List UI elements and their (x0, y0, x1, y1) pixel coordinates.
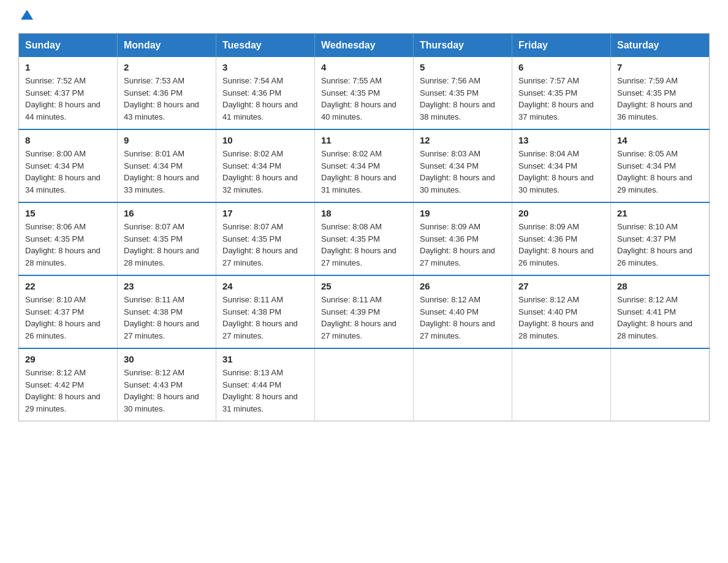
calendar-cell: 9Sunrise: 8:01 AM Sunset: 4:34 PM Daylig… (118, 129, 216, 202)
day-info: Sunrise: 8:04 AM Sunset: 4:34 PM Dayligh… (518, 148, 604, 196)
day-info: Sunrise: 8:07 AM Sunset: 4:35 PM Dayligh… (124, 221, 210, 269)
page-header (18, 12, 710, 22)
weekday-header-friday: Friday (512, 34, 611, 58)
calendar-cell: 30Sunrise: 8:12 AM Sunset: 4:43 PM Dayli… (118, 348, 216, 421)
day-info: Sunrise: 8:11 AM Sunset: 4:38 PM Dayligh… (124, 294, 210, 342)
calendar-week-row: 29Sunrise: 8:12 AM Sunset: 4:42 PM Dayli… (19, 348, 710, 421)
day-info: Sunrise: 8:12 AM Sunset: 4:43 PM Dayligh… (124, 367, 210, 415)
day-number: 6 (518, 62, 604, 72)
day-info: Sunrise: 8:07 AM Sunset: 4:35 PM Dayligh… (222, 221, 308, 269)
calendar-cell: 28Sunrise: 8:12 AM Sunset: 4:41 PM Dayli… (611, 275, 710, 348)
calendar-cell: 27Sunrise: 8:12 AM Sunset: 4:40 PM Dayli… (512, 275, 611, 348)
weekday-header-thursday: Thursday (414, 34, 512, 58)
calendar-cell: 26Sunrise: 8:12 AM Sunset: 4:40 PM Dayli… (414, 275, 512, 348)
day-info: Sunrise: 7:56 AM Sunset: 4:35 PM Dayligh… (420, 75, 506, 123)
calendar-cell: 18Sunrise: 8:08 AM Sunset: 4:35 PM Dayli… (315, 202, 414, 275)
day-info: Sunrise: 7:55 AM Sunset: 4:35 PM Dayligh… (321, 75, 407, 123)
calendar-cell: 2Sunrise: 7:53 AM Sunset: 4:36 PM Daylig… (118, 57, 216, 129)
day-info: Sunrise: 8:08 AM Sunset: 4:35 PM Dayligh… (321, 221, 407, 269)
calendar-week-row: 15Sunrise: 8:06 AM Sunset: 4:35 PM Dayli… (19, 202, 710, 275)
day-info: Sunrise: 7:54 AM Sunset: 4:36 PM Dayligh… (222, 75, 308, 123)
weekday-header-monday: Monday (118, 34, 216, 58)
day-number: 25 (321, 281, 407, 291)
day-number: 18 (321, 208, 407, 218)
day-number: 8 (25, 135, 111, 145)
day-info: Sunrise: 8:09 AM Sunset: 4:36 PM Dayligh… (420, 221, 506, 269)
calendar-cell (611, 348, 710, 421)
day-number: 17 (222, 208, 308, 218)
day-number: 30 (124, 354, 210, 364)
day-info: Sunrise: 8:12 AM Sunset: 4:40 PM Dayligh… (518, 294, 604, 342)
day-number: 12 (420, 135, 506, 145)
day-number: 7 (617, 62, 703, 72)
day-info: Sunrise: 8:02 AM Sunset: 4:34 PM Dayligh… (222, 148, 308, 196)
day-info: Sunrise: 7:53 AM Sunset: 4:36 PM Dayligh… (124, 75, 210, 123)
calendar-cell: 16Sunrise: 8:07 AM Sunset: 4:35 PM Dayli… (118, 202, 216, 275)
calendar-cell (414, 348, 512, 421)
day-number: 22 (25, 281, 111, 291)
weekday-header-wednesday: Wednesday (315, 34, 414, 58)
calendar-cell: 8Sunrise: 8:00 AM Sunset: 4:34 PM Daylig… (19, 129, 118, 202)
day-number: 13 (518, 135, 604, 145)
day-number: 24 (222, 281, 308, 291)
calendar-week-row: 22Sunrise: 8:10 AM Sunset: 4:37 PM Dayli… (19, 275, 710, 348)
day-number: 31 (222, 354, 308, 364)
calendar-cell: 21Sunrise: 8:10 AM Sunset: 4:37 PM Dayli… (611, 202, 710, 275)
day-number: 28 (617, 281, 703, 291)
day-info: Sunrise: 8:11 AM Sunset: 4:39 PM Dayligh… (321, 294, 407, 342)
calendar-cell: 3Sunrise: 7:54 AM Sunset: 4:36 PM Daylig… (216, 57, 315, 129)
calendar-cell: 14Sunrise: 8:05 AM Sunset: 4:34 PM Dayli… (611, 129, 710, 202)
day-number: 4 (321, 62, 407, 72)
day-info: Sunrise: 8:02 AM Sunset: 4:34 PM Dayligh… (321, 148, 407, 196)
calendar-cell: 15Sunrise: 8:06 AM Sunset: 4:35 PM Dayli… (19, 202, 118, 275)
calendar-cell (315, 348, 414, 421)
logo (18, 12, 33, 22)
day-info: Sunrise: 8:11 AM Sunset: 4:38 PM Dayligh… (222, 294, 308, 342)
calendar-cell: 7Sunrise: 7:59 AM Sunset: 4:35 PM Daylig… (611, 57, 710, 129)
calendar-cell: 6Sunrise: 7:57 AM Sunset: 4:35 PM Daylig… (512, 57, 611, 129)
day-info: Sunrise: 8:09 AM Sunset: 4:36 PM Dayligh… (518, 221, 604, 269)
calendar-cell: 10Sunrise: 8:02 AM Sunset: 4:34 PM Dayli… (216, 129, 315, 202)
day-info: Sunrise: 8:00 AM Sunset: 4:34 PM Dayligh… (25, 148, 111, 196)
day-number: 2 (124, 62, 210, 72)
day-info: Sunrise: 7:52 AM Sunset: 4:37 PM Dayligh… (25, 75, 111, 123)
calendar-cell: 13Sunrise: 8:04 AM Sunset: 4:34 PM Dayli… (512, 129, 611, 202)
calendar-cell: 17Sunrise: 8:07 AM Sunset: 4:35 PM Dayli… (216, 202, 315, 275)
calendar-cell: 1Sunrise: 7:52 AM Sunset: 4:37 PM Daylig… (19, 57, 118, 129)
day-number: 5 (420, 62, 506, 72)
calendar-cell: 29Sunrise: 8:12 AM Sunset: 4:42 PM Dayli… (19, 348, 118, 421)
day-info: Sunrise: 8:10 AM Sunset: 4:37 PM Dayligh… (25, 294, 111, 342)
day-info: Sunrise: 8:10 AM Sunset: 4:37 PM Dayligh… (617, 221, 703, 269)
day-info: Sunrise: 8:12 AM Sunset: 4:41 PM Dayligh… (617, 294, 703, 342)
calendar-week-row: 8Sunrise: 8:00 AM Sunset: 4:34 PM Daylig… (19, 129, 710, 202)
calendar-cell: 19Sunrise: 8:09 AM Sunset: 4:36 PM Dayli… (414, 202, 512, 275)
day-info: Sunrise: 8:12 AM Sunset: 4:40 PM Dayligh… (420, 294, 506, 342)
day-number: 20 (518, 208, 604, 218)
calendar-cell: 12Sunrise: 8:03 AM Sunset: 4:34 PM Dayli… (414, 129, 512, 202)
day-info: Sunrise: 8:05 AM Sunset: 4:34 PM Dayligh… (617, 148, 703, 196)
day-number: 19 (420, 208, 506, 218)
calendar-cell: 31Sunrise: 8:13 AM Sunset: 4:44 PM Dayli… (216, 348, 315, 421)
calendar-cell: 25Sunrise: 8:11 AM Sunset: 4:39 PM Dayli… (315, 275, 414, 348)
day-info: Sunrise: 8:06 AM Sunset: 4:35 PM Dayligh… (25, 221, 111, 269)
calendar-table: SundayMondayTuesdayWednesdayThursdayFrid… (18, 33, 710, 421)
calendar-cell: 24Sunrise: 8:11 AM Sunset: 4:38 PM Dayli… (216, 275, 315, 348)
calendar-cell: 22Sunrise: 8:10 AM Sunset: 4:37 PM Dayli… (19, 275, 118, 348)
weekday-header-tuesday: Tuesday (216, 34, 315, 58)
day-info: Sunrise: 7:59 AM Sunset: 4:35 PM Dayligh… (617, 75, 703, 123)
calendar-cell: 5Sunrise: 7:56 AM Sunset: 4:35 PM Daylig… (414, 57, 512, 129)
day-number: 9 (124, 135, 210, 145)
calendar-cell: 20Sunrise: 8:09 AM Sunset: 4:36 PM Dayli… (512, 202, 611, 275)
day-number: 29 (25, 354, 111, 364)
day-number: 26 (420, 281, 506, 291)
day-number: 21 (617, 208, 703, 218)
calendar-cell (512, 348, 611, 421)
day-number: 27 (518, 281, 604, 291)
logo-triangle-icon (21, 10, 33, 20)
day-number: 14 (617, 135, 703, 145)
calendar-cell: 23Sunrise: 8:11 AM Sunset: 4:38 PM Dayli… (118, 275, 216, 348)
weekday-header-saturday: Saturday (611, 34, 710, 58)
day-number: 15 (25, 208, 111, 218)
day-number: 11 (321, 135, 407, 145)
calendar-cell: 11Sunrise: 8:02 AM Sunset: 4:34 PM Dayli… (315, 129, 414, 202)
